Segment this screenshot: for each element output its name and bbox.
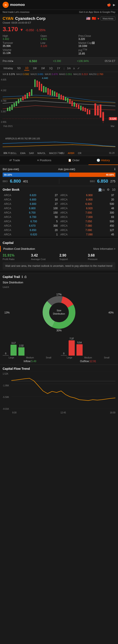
svg-rect-33	[63, 96, 64, 100]
ask-qty: 450	[110, 224, 114, 227]
outflow-large-val: 0	[63, 352, 64, 355]
avg-cost-label: Average Cost	[31, 258, 59, 260]
pre-mkt-pct: +106.94%	[77, 60, 89, 62]
bid-bar: 59.32%	[3, 172, 69, 177]
profit-ratio-item: 31.91% Profit Ratio	[3, 254, 30, 260]
inflow-medium-col: 3.17	[11, 342, 17, 356]
outflow-small-label: Small	[104, 356, 109, 359]
inflow-large-bar	[3, 355, 9, 356]
watchlist-button[interactable]: Watchlists	[100, 16, 115, 20]
bid-qty: 20	[55, 229, 58, 232]
capital-trail-title: Capital Trail	[3, 275, 20, 278]
chart-tab-1m[interactable]: 1M	[40, 66, 46, 70]
mktcap-label: Market Cap🅿	[78, 42, 115, 44]
ma-bar: MA:5 3.376 MA10:3.592 MA20:3.691 MA30:3.…	[0, 72, 118, 76]
chart-controls: Intraday 5D 1D 1W 1M 1Q 1Y | 1m ≥ ⤢	[0, 65, 118, 72]
chart-tab-1q[interactable]: 1Q	[48, 66, 54, 70]
chart-tab-5d[interactable]: 5D	[16, 66, 21, 70]
outflow-small-col: 5.54	[76, 342, 83, 356]
svg-rect-46	[94, 104, 96, 116]
price-pct: -1.55%	[36, 28, 45, 32]
ask-exchange: ARCA	[60, 224, 68, 227]
chart-settings-icon[interactable]: ≥	[73, 67, 75, 70]
play-icon[interactable]: ▶	[113, 3, 115, 6]
info-icon-ct[interactable]: ℹ	[22, 275, 23, 278]
bid-pct: 59.32%	[4, 174, 12, 176]
ask-qty: 37	[111, 194, 114, 197]
avg-cost-item: 3.42 Average Cost	[31, 254, 59, 260]
inflow-medium-val: 3.17	[11, 342, 16, 344]
ask-qty: 20	[111, 198, 114, 201]
order-book-bid-row: ARCA6.670300	[3, 224, 59, 228]
tab-order[interactable]: 📋 Order	[59, 156, 88, 165]
svg-rect-37	[71, 101, 73, 106]
chart-tab-intraday[interactable]: Intraday	[3, 66, 14, 70]
outflow-total: Outflow:12.91	[61, 360, 115, 363]
chart-tab-1w[interactable]: 1W	[32, 66, 38, 70]
profit-ratio-value: 31.91%	[3, 254, 30, 258]
app-header: m moomoo 🍎 ▶	[0, 0, 118, 10]
more-info-link[interactable]: More Information >	[93, 248, 115, 250]
position-cost-grid: 31.91% Profit Ratio 3.42 Average Cost 2.…	[0, 252, 118, 262]
logo-icon: m	[3, 2, 9, 8]
trend-y4: -9.01K	[3, 408, 11, 410]
size-dist-title: Size Distribution	[0, 280, 118, 286]
order-book-bid-row: ARCA6.70050	[3, 215, 59, 219]
bid-exchange: ARCA	[4, 194, 11, 197]
flow-trend-svg	[11, 372, 115, 409]
bid-price: 6.700	[29, 211, 36, 214]
pe-item: P/ETTM 15.85	[78, 48, 115, 55]
order-book-ask-row: ARCA7.050500	[59, 219, 115, 224]
ask-exchange: ARCA	[60, 202, 68, 206]
bid-price: 6.800	[30, 202, 36, 206]
position-cost-header: Position Cost Distribution More Informat…	[0, 246, 118, 252]
share-icon-ct[interactable]: ⎙	[25, 275, 26, 278]
tab-trade-label: Trade	[13, 158, 20, 162]
volume-value: 11.13K	[3, 52, 40, 54]
bid-price: 6.700	[30, 220, 37, 223]
svg-rect-24	[43, 86, 44, 92]
donut-label-top: 17%	[56, 293, 62, 296]
price-chart-svg: 4.440	[3, 77, 115, 125]
ob-expand-icon[interactable]: 10	[112, 188, 115, 191]
prev-close-value: 3.220	[78, 38, 115, 40]
pre-mkt-change: +3.390	[53, 60, 61, 62]
bid-exchange: ARCA	[4, 198, 11, 201]
bbo-ask-price: 6.850	[97, 179, 108, 184]
ask-price: 6.920	[86, 207, 93, 210]
chart-tab-1d[interactable]: 1D	[24, 66, 29, 70]
inflow-large-val: 0	[5, 352, 6, 355]
high-label: High	[3, 34, 40, 38]
ask-qty: 500	[110, 220, 114, 223]
donut-chart-container: Size Distribution 17% 40% 30% 13%	[0, 288, 118, 336]
chart-time-1m[interactable]: 1m	[67, 67, 71, 70]
bid-exchange: ARCA	[4, 233, 11, 236]
svg-rect-25	[45, 87, 47, 92]
outflow-medium-val: 7.37	[69, 338, 74, 340]
tab-positions-label: Positions	[40, 158, 51, 162]
ob-settings-icon[interactable]: ⚙	[107, 188, 110, 191]
ask-exchange: ARCA	[60, 198, 68, 201]
inflow-large-label: Large	[9, 356, 14, 359]
chart-tab-1y[interactable]: 1Y	[56, 66, 61, 70]
svg-rect-29	[54, 92, 55, 96]
outflow-medium-bar	[69, 340, 75, 356]
ob-filter-icon[interactable]: 🏦(1)	[98, 188, 105, 191]
chart-expand-icon[interactable]: ⤢	[77, 67, 79, 70]
stock-meta: Closed 03/26 16:00:00 ET	[3, 22, 45, 24]
tab-trade[interactable]: ⇄ Trade	[0, 156, 30, 165]
tab-history[interactable]: 🕐 History	[88, 156, 118, 165]
ask-qty: 500	[110, 202, 114, 206]
order-book-bid-row: ARCA6.7005	[3, 219, 59, 224]
ma5-indicator: MA:5 3.376	[3, 73, 15, 76]
bid-ask-info-icon[interactable]: ℹ	[114, 167, 115, 171]
apple-icon[interactable]: 🍎	[107, 3, 111, 6]
trend-x-labels: 9:30 12:45 16:00	[3, 411, 115, 414]
pre-mkt-label: Pre-mkt●	[3, 60, 13, 62]
bbo-bid-size: 401	[23, 180, 28, 183]
tab-positions[interactable]: ≡ Positions	[30, 156, 59, 165]
svg-rect-47	[97, 106, 99, 116]
us-flag: 🇺🇸	[86, 16, 90, 20]
ask-label: Ask (pre-mkt)	[58, 168, 75, 171]
donut-label-right: 40%	[108, 311, 114, 314]
